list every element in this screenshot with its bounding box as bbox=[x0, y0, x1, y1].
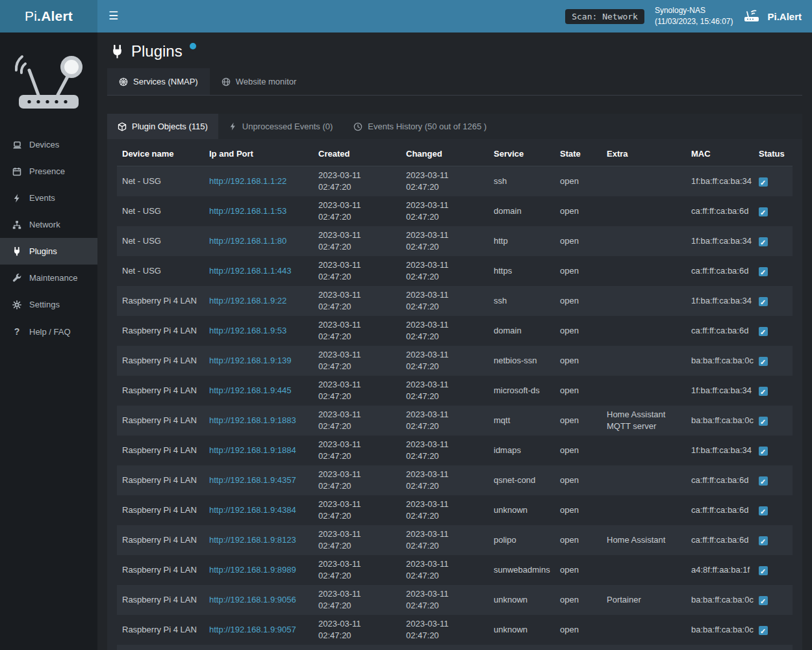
col-status[interactable]: Status bbox=[754, 142, 793, 166]
extra-cell bbox=[602, 555, 686, 585]
table-row: Net - USGhttp://192.168.1.1:532023-03-11… bbox=[117, 196, 793, 226]
status-checkbox[interactable] bbox=[759, 476, 768, 486]
status-checkbox[interactable] bbox=[759, 566, 768, 575]
gear-icon bbox=[12, 300, 22, 309]
status-checkbox[interactable] bbox=[759, 297, 768, 306]
device-name-cell: Net - USG bbox=[117, 166, 204, 197]
ip-port-link[interactable]: http://192.168.1.9:4357 bbox=[209, 475, 296, 485]
ip-port-link[interactable]: http://192.168.1.9:1883 bbox=[209, 415, 296, 425]
tab-unprocessed-events[interactable]: Unprocessed Events (0) bbox=[218, 114, 343, 139]
scan-status-badge: Scan: Network bbox=[565, 9, 644, 24]
status-checkbox[interactable] bbox=[759, 357, 768, 366]
col-device-name[interactable]: Device name bbox=[117, 142, 204, 166]
ip-port-link[interactable]: http://192.168.1.9:445 bbox=[209, 385, 292, 395]
ip-port-link[interactable]: http://192.168.1.1:80 bbox=[209, 236, 286, 246]
col-state[interactable]: State bbox=[555, 142, 602, 166]
status-checkbox[interactable] bbox=[759, 267, 768, 276]
status-checkbox[interactable] bbox=[759, 506, 768, 515]
status-cell bbox=[754, 645, 793, 650]
ip-port-link[interactable]: http://192.168.1.9:9057 bbox=[209, 625, 296, 634]
sidebar-item-label: Settings bbox=[29, 300, 60, 309]
status-checkbox[interactable] bbox=[759, 327, 768, 336]
state-cell: open bbox=[555, 256, 602, 286]
created-cell: 2023-03-11 02:47:20 bbox=[313, 555, 401, 585]
services-nmap-icon bbox=[119, 77, 128, 86]
service-cell: ssh bbox=[488, 286, 555, 316]
ip-port-link[interactable]: http://192.168.1.9:22 bbox=[209, 296, 286, 306]
tab-services-nmap[interactable]: Services (NMAP) bbox=[107, 68, 210, 95]
ip-port-link[interactable]: http://192.168.1.9:9056 bbox=[209, 595, 296, 604]
sidebar-item-events[interactable]: Events bbox=[0, 185, 97, 211]
device-name-cell: Raspberry Pi 4 LAN bbox=[117, 555, 204, 585]
sidebar-item-settings[interactable]: Settings bbox=[0, 291, 97, 318]
status-checkbox[interactable] bbox=[759, 387, 768, 396]
ip-port-link[interactable]: http://192.168.1.9:1884 bbox=[209, 445, 296, 455]
col-created[interactable]: Created bbox=[313, 142, 401, 166]
changed-cell: 2023-03-11 02:47:20 bbox=[401, 525, 488, 555]
sidebar-item-network[interactable]: Network bbox=[0, 211, 97, 238]
status-checkbox[interactable] bbox=[759, 626, 768, 635]
service-cell: microsoft-ds bbox=[488, 376, 555, 406]
brand-suffix: .Alert bbox=[37, 8, 73, 24]
status-checkbox[interactable] bbox=[759, 207, 768, 216]
ip-port-link[interactable]: http://192.168.1.9:139 bbox=[209, 356, 292, 365]
ip-port-cell: http://192.168.1.1:53 bbox=[204, 196, 313, 226]
service-cell: netbios-ssn bbox=[488, 346, 555, 376]
ip-port-link[interactable]: http://192.168.1.1:22 bbox=[209, 176, 286, 186]
service-cell: unknown bbox=[488, 615, 555, 645]
device-name-cell: Raspberry Pi 4 LAN bbox=[117, 585, 204, 615]
sidebar-item-plugins[interactable]: Plugins bbox=[0, 238, 97, 265]
title-help-badge[interactable] bbox=[190, 43, 196, 49]
sidebar-item-maintenance[interactable]: Maintenance bbox=[0, 265, 97, 291]
ip-port-link[interactable]: http://192.168.1.9:53 bbox=[209, 326, 286, 335]
ip-port-link[interactable]: http://192.168.1.9:8989 bbox=[209, 565, 296, 575]
status-checkbox[interactable] bbox=[759, 177, 768, 187]
state-cell: open bbox=[555, 525, 602, 555]
changed-cell: 2023-03-11 02:47:20 bbox=[401, 226, 488, 256]
created-cell: 2023-03-11 02:47:20 bbox=[313, 376, 401, 406]
changed-cell: 2023-03-11 02:47:20 bbox=[401, 346, 488, 376]
hamburger-icon[interactable]: ☰ bbox=[97, 0, 129, 32]
ip-port-link[interactable]: http://192.168.1.1:443 bbox=[209, 266, 292, 276]
mac-cell: ca:ff:ff:ca:ba:6d bbox=[686, 525, 754, 555]
app-name: Pi.Alert bbox=[767, 11, 802, 22]
status-checkbox[interactable] bbox=[759, 596, 768, 605]
col-service[interactable]: Service bbox=[488, 142, 555, 166]
state-cell: open bbox=[555, 226, 602, 256]
status-checkbox[interactable] bbox=[759, 447, 768, 456]
table-row: Raspberry Pi 4 LANhttp://192.168.1.9:905… bbox=[117, 615, 793, 645]
ip-port-link[interactable]: http://192.168.1.1:53 bbox=[209, 206, 286, 216]
status-checkbox[interactable] bbox=[759, 536, 768, 545]
col-changed[interactable]: Changed bbox=[401, 142, 488, 166]
table-row: Net - USGhttp://192.168.1.1:4432023-03-1… bbox=[117, 256, 793, 286]
tab-plugin-objects[interactable]: Plugin Objects (115) bbox=[107, 114, 218, 139]
brand-logo[interactable]: Pi.Alert bbox=[0, 0, 97, 32]
ip-port-link[interactable]: http://192.168.1.9:8123 bbox=[209, 535, 296, 545]
plugin-objects-rows: Net - USGhttp://192.168.1.1:222023-03-11… bbox=[117, 166, 793, 650]
device-name-cell: Raspberry Pi 4 LAN bbox=[117, 645, 204, 650]
ip-port-link[interactable]: http://192.168.1.9:4384 bbox=[209, 505, 296, 515]
device-name-cell: Raspberry Pi 4 LAN bbox=[117, 316, 204, 346]
col-extra[interactable]: Extra bbox=[602, 142, 686, 166]
changed-cell: 2023-03-11 02:47:20 bbox=[401, 376, 488, 406]
created-cell: 2023-03-11 02:47:20 bbox=[313, 256, 401, 286]
table-row: Net - USGhttp://192.168.1.1:802023-03-11… bbox=[117, 226, 793, 256]
changed-cell: 2023-03-11 02:47:20 bbox=[401, 406, 488, 436]
sidebar-item-help[interactable]: ? Help / FAQ bbox=[0, 318, 97, 345]
changed-cell: 2023-03-11 02:47:20 bbox=[401, 585, 488, 615]
status-checkbox[interactable] bbox=[759, 237, 768, 246]
extra-cell bbox=[602, 495, 686, 525]
sidebar-item-label: Presence bbox=[29, 166, 65, 176]
status-checkbox[interactable] bbox=[759, 417, 768, 426]
device-name-cell: Net - USG bbox=[117, 226, 204, 256]
tab-website-monitor[interactable]: Website monitor bbox=[210, 68, 309, 95]
page-title: Plugins bbox=[131, 41, 183, 62]
tab-events-history[interactable]: Events History (50 out of 1265 ) bbox=[343, 114, 497, 139]
sidebar-item-presence[interactable]: Presence bbox=[0, 158, 97, 185]
extra-cell bbox=[602, 286, 686, 316]
page-header: Plugins bbox=[97, 32, 812, 66]
app-identity[interactable]: Pi.Alert bbox=[743, 8, 802, 24]
col-mac[interactable]: MAC bbox=[686, 142, 754, 166]
sidebar-item-devices[interactable]: Devices bbox=[0, 131, 97, 158]
col-ip-and-port[interactable]: Ip and Port bbox=[204, 142, 313, 166]
